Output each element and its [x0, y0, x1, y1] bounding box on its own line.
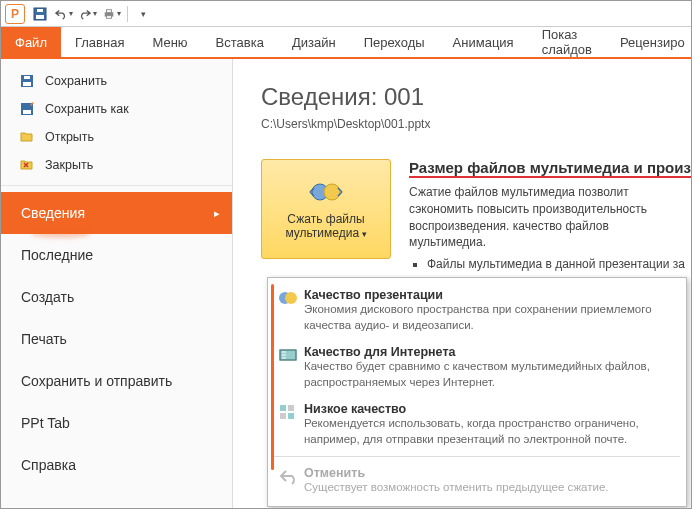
- svg-point-12: [324, 184, 340, 200]
- ribbon-tabs: Файл Главная Меню Вставка Дизайн Переход…: [1, 27, 691, 59]
- page-title: Сведения: 001: [261, 83, 683, 111]
- undo-icon[interactable]: [55, 5, 73, 23]
- menu-title: Качество для Интернета: [304, 345, 676, 359]
- svg-rect-7: [23, 82, 31, 86]
- menu-item-undo: Отменить Существует возможность отменить…: [268, 460, 686, 502]
- quick-access-toolbar: P ▾: [1, 1, 691, 27]
- svg-rect-1: [36, 15, 44, 19]
- nav-label: Сохранить: [45, 74, 107, 88]
- tab-file[interactable]: Файл: [1, 27, 61, 57]
- nav-label: Печать: [21, 331, 67, 347]
- menu-desc: Экономия дискового пространства при сохр…: [304, 302, 676, 333]
- tab-animations[interactable]: Анимация: [439, 27, 528, 57]
- menu-desc: Существует возможность отменить предыдущ…: [304, 480, 609, 496]
- nav-label: Открыть: [45, 130, 94, 144]
- compress-section: Сжать файлы мультимедиа Размер файлов му…: [261, 159, 683, 271]
- nav-label: Сохранить и отправить: [21, 373, 172, 389]
- nav-share[interactable]: Сохранить и отправить: [1, 360, 232, 402]
- tab-slideshow[interactable]: Показ слайдов: [528, 27, 606, 57]
- tab-insert[interactable]: Вставка: [202, 27, 278, 57]
- nav-label: Последние: [21, 247, 93, 263]
- menu-item-internet-quality[interactable]: Качество для Интернета Качество будет ср…: [268, 339, 686, 396]
- open-icon: [19, 129, 35, 145]
- svg-rect-18: [288, 405, 294, 411]
- svg-rect-8: [24, 76, 30, 79]
- tab-home[interactable]: Главная: [61, 27, 138, 57]
- compress-quality-menu: Качество презентации Экономия дискового …: [267, 277, 687, 507]
- presentation-quality-icon: [278, 288, 298, 308]
- highlight-smudge: [31, 230, 91, 238]
- tab-transitions[interactable]: Переходы: [350, 27, 439, 57]
- print-qat-icon[interactable]: [103, 5, 121, 23]
- svg-rect-20: [288, 413, 294, 419]
- tab-menu[interactable]: Меню: [138, 27, 201, 57]
- menu-item-low-quality[interactable]: Низкое качество Рекомендуется использова…: [268, 396, 686, 453]
- svg-point-14: [285, 292, 297, 304]
- section-heading: Размер файлов мультимедиа и производ: [409, 159, 691, 178]
- menu-desc: Рекомендуется использовать, когда простр…: [304, 416, 676, 447]
- save-icon: [19, 73, 35, 89]
- compress-media-icon: [308, 178, 344, 206]
- nav-close[interactable]: Закрыть: [1, 151, 232, 179]
- nav-label: Создать: [21, 289, 74, 305]
- nav-divider: [1, 185, 232, 186]
- button-label: Сжать файлы мультимедиа: [266, 212, 386, 241]
- tab-design[interactable]: Дизайн: [278, 27, 350, 57]
- section-bullet: Файлы мультимедиа в данной презентации з…: [427, 257, 683, 271]
- internet-quality-icon: [278, 345, 298, 365]
- nav-label: PPt Tab: [21, 415, 70, 431]
- tab-review[interactable]: Рецензиро: [606, 27, 692, 57]
- app-logo: P: [5, 4, 25, 24]
- qat-separator: [127, 6, 128, 22]
- file-path: C:\Users\kmp\Desktop\001.pptx: [261, 117, 683, 131]
- compress-description: Размер файлов мультимедиа и производ Сжа…: [409, 159, 683, 271]
- nav-info[interactable]: Сведения: [1, 192, 232, 234]
- svg-rect-2: [37, 9, 43, 12]
- backstage-nav: Сохранить Сохранить как Открыть Закрыть …: [1, 59, 233, 508]
- nav-new[interactable]: Создать: [1, 276, 232, 318]
- undo-icon: [278, 466, 298, 486]
- menu-title: Низкое качество: [304, 402, 676, 416]
- nav-label: Справка: [21, 457, 76, 473]
- nav-label: Сохранить как: [45, 102, 129, 116]
- compress-media-button[interactable]: Сжать файлы мультимедиа: [261, 159, 391, 259]
- nav-recent[interactable]: Последние: [1, 234, 232, 276]
- svg-rect-4: [106, 9, 111, 12]
- nav-help[interactable]: Справка: [1, 444, 232, 486]
- svg-rect-5: [106, 15, 111, 18]
- menu-separator: [274, 456, 680, 457]
- nav-print[interactable]: Печать: [1, 318, 232, 360]
- nav-label: Закрыть: [45, 158, 93, 172]
- nav-label: Сведения: [21, 205, 85, 221]
- svg-rect-10: [23, 110, 31, 114]
- nav-save[interactable]: Сохранить: [1, 67, 232, 95]
- svg-rect-19: [280, 413, 286, 419]
- redo-icon[interactable]: [79, 5, 97, 23]
- menu-item-presentation-quality[interactable]: Качество презентации Экономия дискового …: [268, 282, 686, 339]
- low-quality-icon: [278, 402, 298, 422]
- menu-title: Качество презентации: [304, 288, 676, 302]
- save-as-icon: [19, 101, 35, 117]
- menu-title: Отменить: [304, 466, 609, 480]
- save-icon[interactable]: [31, 5, 49, 23]
- svg-rect-17: [280, 405, 286, 411]
- section-text: Сжатие файлов мультимедиа позволит сэкон…: [409, 184, 683, 251]
- qat-customize-icon[interactable]: ▾: [134, 5, 152, 23]
- nav-open[interactable]: Открыть: [1, 123, 232, 151]
- menu-desc: Качество будет сравнимо с качеством муль…: [304, 359, 676, 390]
- nav-save-as[interactable]: Сохранить как: [1, 95, 232, 123]
- close-icon: [19, 157, 35, 173]
- nav-ppttab[interactable]: PPt Tab: [1, 402, 232, 444]
